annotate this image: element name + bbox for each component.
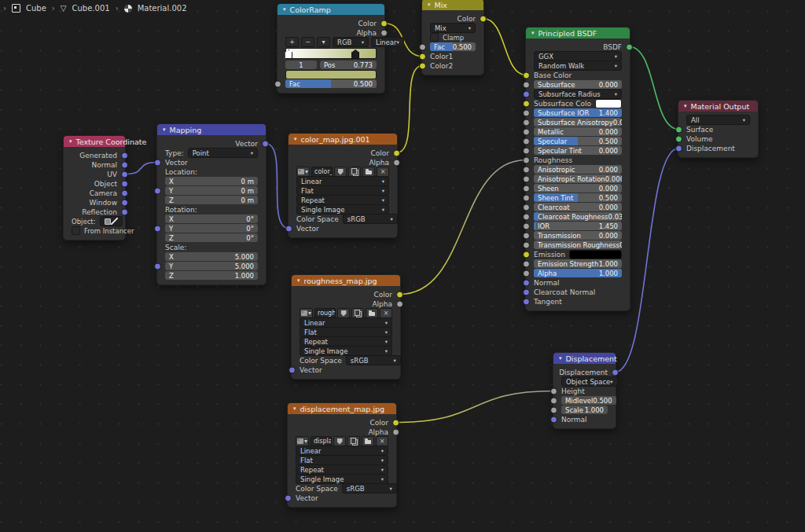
rotation-y-field[interactable]: Y0° [165, 224, 258, 233]
collapse-icon[interactable]: ▾ [297, 278, 300, 284]
collapse-icon[interactable]: ▾ [293, 406, 296, 412]
input-socket-transmission[interactable] [523, 232, 530, 239]
output-socket-color[interactable] [480, 15, 487, 22]
input-socket-specular[interactable] [523, 138, 530, 145]
input-socket-subsurface[interactable] [523, 81, 530, 88]
stop-index-field[interactable]: 1 [285, 61, 317, 69]
anisotropic-slider[interactable]: Anisotropic0.000 [534, 165, 622, 174]
input-socket-vector[interactable] [285, 494, 292, 501]
node-header[interactable]: ▾ Mix [422, 0, 483, 10]
fac-slider[interactable]: Fac0.500 [285, 79, 377, 88]
scale-x-field[interactable]: X5.000 [165, 252, 258, 261]
target-dropdown[interactable]: All▾ [686, 115, 750, 125]
node-header[interactable]: ▾ displacement_map.jpg [288, 403, 396, 414]
output-socket-color[interactable] [392, 419, 399, 426]
node-principled-bsdf[interactable]: ▾ Principled BSDF BSDF GGX▾ Random Walk▾… [525, 27, 630, 311]
node-image-texture-displacement[interactable]: ▾ displacement_map.jpg Color Alpha ▾ dis… [287, 402, 397, 508]
node-mapping[interactable]: ▾ Mapping Vector Type: Point▾ Vector Loc… [156, 123, 266, 285]
space-dropdown[interactable]: Object Space▾ [561, 376, 618, 387]
node-image-texture-color[interactable]: ▾ color_map.jpg.001 Color Alpha ▾ color_… [288, 133, 398, 238]
output-socket-alpha[interactable] [380, 29, 388, 36]
output-socket-color[interactable] [380, 20, 388, 27]
color-mode-dropdown[interactable]: RGB▾ [333, 37, 369, 47]
input-socket-fac[interactable] [419, 43, 426, 50]
input-socket-base-color[interactable] [523, 72, 530, 79]
output-socket-normal[interactable] [121, 161, 128, 168]
add-stop-button[interactable]: + [285, 37, 299, 47]
input-socket-normal[interactable] [550, 416, 557, 423]
stop-position-field[interactable]: Pos0.773 [320, 61, 377, 69]
midlevel-field[interactable]: Midlevel0.500 [561, 396, 616, 405]
from-instancer-checkbox[interactable] [72, 226, 80, 235]
input-socket-fac[interactable] [274, 80, 281, 87]
scale-y-field[interactable]: Y5.000 [165, 262, 258, 270]
input-socket-subsurface-colo[interactable] [523, 100, 530, 107]
node-header[interactable]: ▾ color_map.jpg.001 [289, 134, 397, 145]
blend-mode-dropdown[interactable]: Mix▾ [430, 23, 476, 33]
output-socket-displacement[interactable] [612, 369, 619, 376]
stop-color-swatch[interactable] [285, 70, 377, 79]
output-socket-bsdf[interactable] [626, 43, 633, 50]
ramp-stop-1[interactable] [351, 50, 359, 59]
output-socket-alpha[interactable] [393, 159, 400, 166]
location-x-field[interactable]: X0 m [165, 177, 258, 185]
output-socket-alpha[interactable] [392, 428, 399, 435]
input-socket-clearcoat-normal[interactable] [523, 288, 530, 295]
node-mix[interactable]: ▾ Mix Color Mix▾ Clamp Fac0.500 Color1 C… [421, 0, 484, 75]
collapse-icon[interactable]: ▾ [684, 104, 687, 109]
input-socket-volume[interactable] [675, 135, 682, 142]
node-header[interactable]: ▾ Mapping [157, 124, 266, 135]
specular-slider[interactable]: Specular0.500 [534, 137, 622, 145]
input-socket-location[interactable] [154, 187, 161, 194]
input-socket-alpha[interactable] [523, 270, 530, 277]
output-socket-reflection[interactable] [121, 208, 128, 215]
type-dropdown[interactable]: Point▾ [188, 148, 258, 158]
output-socket-color[interactable] [393, 149, 400, 156]
input-socket-scale[interactable] [550, 406, 557, 413]
scale-z-field[interactable]: Z1.000 [165, 271, 258, 280]
input-socket-ior[interactable] [523, 222, 530, 229]
alpha-slider[interactable]: Alpha1.000 [534, 269, 622, 277]
input-socket-subsurface-anisotropy[interactable] [523, 119, 530, 126]
subsurface-method-dropdown[interactable]: Random Walk▾ [534, 61, 622, 71]
node-header[interactable]: ▾ Principled BSDF [526, 28, 630, 39]
node-texture-coordinate[interactable]: ▾ Texture Coordinate Generated Normal UV… [63, 135, 126, 240]
ramp-options-button[interactable]: ▾ [317, 37, 330, 47]
input-socket-emission[interactable] [523, 251, 530, 258]
input-socket-clearcoat[interactable] [523, 204, 530, 211]
color-space-dropdown[interactable]: sRGB▾ [342, 483, 397, 493]
metallic-slider[interactable]: Metallic0.000 [534, 127, 622, 136]
clearcoat-roughness-slider[interactable]: Clearcoat Roughness0.030 [534, 212, 622, 221]
input-socket-height[interactable] [550, 387, 557, 394]
output-socket-camera[interactable] [121, 189, 128, 196]
node-header[interactable]: ▾ ColorRamp [278, 4, 384, 15]
collapse-icon[interactable]: ▾ [294, 137, 297, 142]
ior-slider[interactable]: IOR1.450 [534, 222, 622, 230]
clearcoat-slider[interactable]: Clearcoat0.000 [534, 203, 622, 211]
input-socket-color1[interactable] [419, 53, 426, 60]
input-socket-emission-strength[interactable] [523, 260, 530, 267]
output-socket-color[interactable] [396, 291, 403, 298]
color-space-dropdown[interactable]: sRGB▾ [346, 355, 401, 365]
emission-strength-slider[interactable]: Emission Strength1.000 [534, 259, 622, 268]
output-socket-object[interactable] [121, 180, 128, 187]
subsurface-colo-swatch[interactable] [595, 99, 622, 108]
collapse-icon[interactable]: ▾ [428, 2, 431, 8]
input-socket-roughness[interactable] [523, 156, 530, 163]
node-displacement[interactable]: ▾ Displacement Displacement Object Space… [553, 352, 616, 429]
node-material-output[interactable]: ▾ Material Output All▾ Surface Volume Di… [678, 100, 759, 158]
color-space-dropdown[interactable]: sRGB▾ [343, 214, 398, 224]
sheen-slider[interactable]: Sheen0.000 [534, 184, 622, 193]
input-socket-surface[interactable] [675, 126, 682, 133]
node-header[interactable]: ▾ roughness_map.jpg [292, 275, 400, 286]
input-socket-rotation[interactable] [154, 225, 161, 232]
input-socket-midlevel[interactable] [550, 397, 557, 404]
anisotropic-rotation-slider[interactable]: Anisotropic Rotation0.000 [534, 174, 622, 183]
input-socket-color2[interactable] [419, 62, 426, 69]
input-socket-clearcoat-roughness[interactable] [523, 213, 530, 220]
location-z-field[interactable]: Z0 m [165, 196, 258, 204]
subsurface-radius-dropdown[interactable]: Subsurface Radius▾ [534, 89, 622, 99]
node-header[interactable]: ▾ Displacement [553, 353, 616, 364]
input-socket-vector[interactable] [285, 225, 292, 232]
input-socket-vector[interactable] [289, 366, 296, 373]
